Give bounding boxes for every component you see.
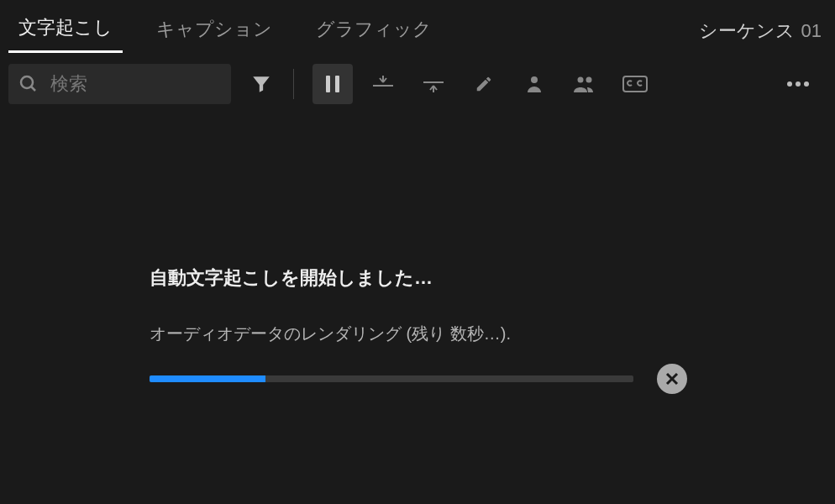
filter-button[interactable] [241,64,281,104]
toolbar [0,54,835,114]
svg-point-12 [804,81,809,87]
speaker-icon [523,74,546,94]
speakers-button[interactable] [565,64,605,104]
tab-bar: 文字起こし キャプション グラフィック シーケンス 01 [0,0,835,54]
split-down-icon [422,74,445,94]
search-input[interactable] [50,73,221,95]
content-area: 自動文字起こしを開始しました… オーディオデータのレンダリング (残り 数秒…)… [0,114,835,504]
cancel-icon [664,371,680,386]
pause-segments-button[interactable] [312,64,353,104]
progress-row [150,364,687,394]
split-up-icon [371,74,395,94]
search-icon [18,74,39,94]
edit-icon [475,75,493,93]
split-down-button[interactable] [413,64,454,104]
search-field-wrap [8,64,231,104]
tab-transcription[interactable]: 文字起こし [8,8,123,53]
tab-caption[interactable]: キャプション [146,10,282,52]
cc-button[interactable] [615,64,655,104]
svg-line-1 [31,87,35,91]
speaker-button[interactable] [514,64,554,104]
progress-panel: 自動文字起こしを開始しました… オーディオデータのレンダリング (残り 数秒…)… [150,265,687,394]
split-up-button[interactable] [363,64,403,104]
speakers-icon [571,74,598,94]
sequence-number: 01 [801,20,827,42]
svg-point-8 [586,77,592,83]
progress-title: 自動文字起こしを開始しました… [150,265,687,291]
progress-bar [150,375,633,382]
tab-graphics[interactable]: グラフィック [306,10,442,52]
svg-point-11 [796,81,801,87]
svg-point-6 [531,76,538,83]
filter-icon [250,73,272,95]
svg-rect-2 [326,76,330,92]
svg-point-7 [578,77,584,83]
edit-button[interactable] [464,64,504,104]
cc-icon [622,74,649,94]
progress-status: オーディオデータのレンダリング (残り 数秒…). [150,323,687,345]
svg-point-0 [21,76,33,88]
more-icon [786,81,810,87]
cancel-button[interactable] [657,364,687,394]
pause-segments-icon [323,73,342,95]
svg-rect-3 [335,76,339,92]
progress-fill [150,375,265,382]
more-button[interactable] [778,64,818,104]
sequence-label: シーケンス [699,18,801,44]
svg-point-10 [787,81,792,87]
toolbar-divider [293,69,294,99]
